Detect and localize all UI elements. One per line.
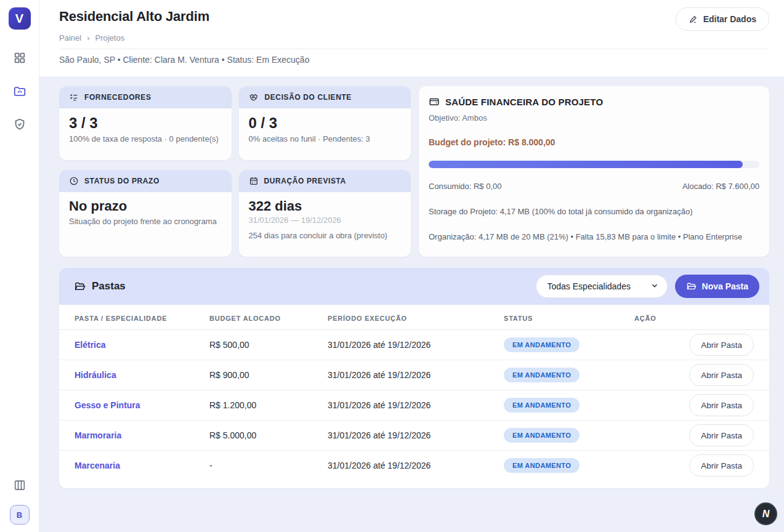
project-subtitle: São Paulo, SP • Cliente: Clara M. Ventur…	[59, 55, 769, 65]
shield-check-icon[interactable]	[12, 117, 27, 132]
card-decisao-title: DECISÃO DO CLIENTE	[265, 93, 352, 102]
card-duracao-title: DURAÇÃO PREVISTA	[264, 177, 346, 185]
pastas-header: Pastas Todas Especialidades	[59, 268, 769, 305]
breadcrumb-separator: ›	[87, 33, 89, 42]
financeira-budget: Budget do projeto: R$ 8.000,00	[429, 137, 759, 147]
assistant-fab[interactable]: N	[754, 502, 777, 525]
col-acao: AÇÃO	[634, 305, 769, 330]
status-badge: EM ANDAMENTO	[504, 458, 580, 473]
duracao-caption: 254 dias para concluir a obra (previsto)	[249, 231, 402, 240]
status-badge: EM ANDAMENTO	[504, 398, 580, 413]
folder-name-link[interactable]: Marmoraria	[75, 430, 121, 440]
folder-budget: R$ 900,00	[209, 360, 328, 390]
folder-budget: -	[209, 451, 328, 481]
wallet-icon	[429, 96, 440, 107]
folders-table-header-row: PASTA / ESPECIALIDADE BUDGET ALOCADO PER…	[59, 305, 769, 330]
specialty-filter-select[interactable]: Todas Especialidades	[536, 275, 668, 298]
page-header: Residencial Alto Jardim Editar Dados Pai…	[39, 0, 784, 76]
edit-data-button[interactable]: Editar Dados	[676, 7, 769, 31]
table-row: Marcenaria-31/01/2026 até 19/12/2026EM A…	[59, 451, 769, 481]
table-row: HidráulicaR$ 900,0031/01/2026 até 19/12/…	[59, 360, 769, 390]
open-folder-button[interactable]: Abrir Pasta	[689, 454, 754, 477]
financeira-consumido: Consumido: R$ 0,00	[429, 182, 502, 191]
card-fornecedores-title: FORNECEDORES	[84, 93, 152, 102]
folder-name-link[interactable]: Hidráulica	[75, 370, 116, 380]
decisao-caption: 0% aceitas no funil · Pendentes: 3	[249, 134, 402, 143]
page-title: Residencial Alto Jardim	[59, 9, 769, 25]
folder-name-link[interactable]: Marcenaria	[75, 461, 120, 470]
sidebar-bottom: B	[10, 478, 30, 525]
pencil-icon	[689, 14, 698, 24]
sidebar: V B	[0, 0, 39, 532]
columns-icon[interactable]	[12, 478, 27, 493]
checklist-icon	[69, 92, 79, 102]
table-row: ElétricaR$ 500,0031/01/2026 até 19/12/20…	[59, 330, 769, 360]
folder-budget: R$ 500,00	[209, 330, 328, 360]
sidebar-nav	[12, 50, 27, 132]
breadcrumb-painel[interactable]: Painel	[59, 33, 81, 42]
col-periodo-execucao: PERÍODO EXECUÇÃO	[328, 305, 504, 330]
col-budget-alocado: BUDGET ALOCADO	[209, 305, 328, 330]
folder-plus-icon	[686, 281, 697, 292]
col-status: STATUS	[504, 305, 634, 330]
folder-budget: R$ 1.200,00	[209, 390, 328, 421]
decisao-value: 0 / 3	[249, 115, 402, 132]
open-folder-button[interactable]: Abrir Pasta	[689, 334, 754, 356]
budget-progress-fill	[429, 161, 743, 168]
projects-folder-icon[interactable]	[12, 84, 27, 99]
table-row: Gesso e PinturaR$ 1.200,0031/01/2026 até…	[59, 390, 769, 421]
folder-name-link[interactable]: Gesso e Pintura	[75, 400, 140, 410]
duracao-dates: 31/01/2026 — 19/12/2026	[249, 216, 402, 225]
financeira-storage: Storage do Projeto: 4,17 MB (100% do tot…	[429, 207, 759, 216]
workspace-badge[interactable]: B	[10, 505, 30, 525]
folder-budget: R$ 5.000,00	[209, 421, 328, 451]
financeira-objetivo: Objetivo: Ambos	[429, 113, 759, 123]
specialty-filter-wrap: Todas Especialidades	[536, 275, 668, 298]
folder-open-icon	[74, 281, 86, 292]
fornecedores-caption: 100% de taxa de resposta · 0 pendente(s)	[69, 134, 222, 143]
card-status-prazo: STATUS DO PRAZO No prazo Situação do pro…	[59, 170, 232, 257]
new-folder-label: Nova Pasta	[702, 281, 748, 291]
header-divider	[59, 49, 769, 49]
folder-periodo: 31/01/2026 até 19/12/2026	[328, 390, 504, 421]
main-content: FORNECEDORES 3 / 3 100% de taxa de respo…	[39, 76, 784, 532]
financeira-alocado: Alocado: R$ 7.600,00	[682, 182, 759, 191]
edit-data-label: Editar Dados	[703, 14, 756, 24]
budget-progress-track	[429, 161, 759, 168]
folder-periodo: 31/01/2026 até 19/12/2026	[328, 421, 504, 451]
app-logo[interactable]: V	[9, 7, 31, 30]
fornecedores-value: 3 / 3	[69, 115, 222, 132]
folder-periodo: 31/01/2026 até 19/12/2026	[328, 360, 504, 390]
table-footer-pad	[59, 481, 769, 488]
folders-table: PASTA / ESPECIALIDADE BUDGET ALOCADO PER…	[59, 305, 769, 481]
open-folder-button[interactable]: Abrir Pasta	[689, 394, 754, 416]
breadcrumb-projetos[interactable]: Projetos	[95, 33, 124, 42]
folder-name-link[interactable]: Elétrica	[75, 340, 106, 350]
pastas-section: Pastas Todas Especialidades	[59, 268, 769, 488]
card-duracao-prevista: DURAÇÃO PREVISTA 322 dias 31/01/2026 — 1…	[239, 170, 411, 257]
status-badge: EM ANDAMENTO	[504, 368, 580, 382]
breadcrumb: Painel › Projetos	[59, 33, 769, 42]
card-saude-financeira: SAÚDE FINANCEIRA DO PROJETO Objetivo: Am…	[419, 86, 769, 257]
clock-icon	[69, 176, 79, 186]
card-prazo-title: STATUS DO PRAZO	[84, 177, 160, 185]
calendar-icon	[249, 176, 259, 186]
pastas-title-label: Pastas	[92, 280, 126, 292]
open-folder-button[interactable]: Abrir Pasta	[689, 424, 754, 446]
folder-periodo: 31/01/2026 até 19/12/2026	[328, 451, 504, 481]
new-folder-button[interactable]: Nova Pasta	[675, 275, 759, 298]
handshake-icon	[249, 92, 259, 103]
dashboard-icon[interactable]	[12, 50, 27, 65]
card-fornecedores: FORNECEDORES 3 / 3 100% de taxa de respo…	[59, 86, 232, 160]
financeira-organizacao: Organização: 4,17 MB de 20 MB (21%) • Fa…	[429, 232, 759, 241]
status-badge: EM ANDAMENTO	[504, 337, 580, 352]
prazo-caption: Situação do projeto frente ao cronograma	[69, 217, 222, 226]
duracao-value: 322 dias	[249, 198, 402, 214]
prazo-value: No prazo	[69, 198, 222, 214]
financeira-title: SAÚDE FINANCEIRA DO PROJETO	[445, 97, 603, 107]
col-pasta-especialidade: PASTA / ESPECIALIDADE	[59, 305, 209, 330]
open-folder-button[interactable]: Abrir Pasta	[689, 364, 754, 386]
card-decisao-cliente: DECISÃO DO CLIENTE 0 / 3 0% aceitas no f…	[239, 86, 411, 160]
folder-periodo: 31/01/2026 até 19/12/2026	[328, 330, 504, 360]
table-row: MarmorariaR$ 5.000,0031/01/2026 até 19/1…	[59, 421, 769, 451]
